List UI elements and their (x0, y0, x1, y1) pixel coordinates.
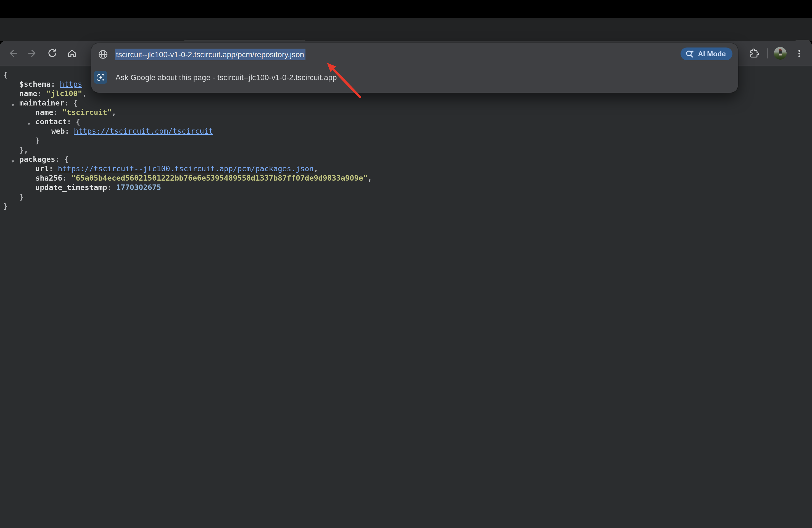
puzzle-icon (748, 47, 759, 59)
url-input[interactable]: tscircuit--jlc100-v1-0-2.tscircuit.app/p… (115, 50, 305, 59)
tab-strip: ts tscircuit/jlc100 - tscircuit https://… (0, 18, 812, 41)
back-button[interactable] (3, 44, 22, 62)
ai-mode-button[interactable]: AI Mode (681, 47, 733, 60)
json-token: sha256 (35, 173, 62, 182)
json-link[interactable]: https://tscircuit.com/tscircuit (74, 127, 213, 135)
json-token: : (37, 89, 46, 98)
browser-content-window: {$schema: httpsname: "jlc100",▼maintaine… (0, 41, 812, 528)
json-line: } (0, 136, 812, 145)
three-dot-menu-icon (795, 49, 804, 58)
json-token: $schema (19, 79, 51, 88)
reload-button[interactable] (43, 44, 61, 62)
json-token: "tscircuit" (62, 108, 112, 117)
json-line: name: "tscircuit", (0, 108, 812, 117)
json-token: : { (67, 117, 81, 126)
profile-avatar[interactable] (774, 47, 787, 60)
json-token: name (19, 89, 37, 98)
json-link[interactable]: https://tscircuit--jlc100.tscircuit.app/… (58, 164, 314, 173)
json-token: : (107, 183, 116, 192)
json-token: "jlc100" (46, 89, 82, 98)
json-token: : { (64, 98, 78, 107)
json-line: url: https://tscircuit--jlc100.tscircuit… (0, 164, 812, 173)
json-line: ▼packages: { (0, 155, 812, 164)
json-line: update_timestamp: 1770302675 (0, 183, 812, 192)
json-token: { (3, 70, 8, 79)
json-token: } (19, 192, 24, 201)
json-token: contact (35, 117, 67, 126)
home-button[interactable] (62, 44, 81, 62)
json-token: update_timestamp (35, 183, 107, 192)
json-token: : { (55, 155, 69, 163)
json-line: } (0, 192, 812, 202)
json-token: }, (19, 145, 28, 154)
json-token: : (49, 164, 58, 173)
json-token: : (65, 127, 74, 135)
ai-mode-icon (685, 49, 695, 59)
json-token: , (112, 108, 116, 117)
globe-icon (98, 49, 108, 59)
json-token: , (314, 164, 318, 173)
json-token: } (3, 202, 8, 210)
json-token: } (35, 136, 40, 145)
forward-button[interactable] (23, 44, 41, 62)
menu-bar-area (0, 0, 812, 18)
json-line: } (0, 202, 812, 211)
omnibox-suggestion[interactable]: Ask Google about this page - tscircuit--… (91, 66, 738, 88)
json-token: "65a05b4eced56021501222bb76e6e5395489558… (71, 173, 367, 182)
json-token: : (53, 108, 62, 117)
json-link[interactable]: https (60, 79, 82, 88)
toolbar-divider (767, 48, 768, 59)
json-line: ▼contact: { (0, 117, 812, 127)
browser-menu-button[interactable] (791, 45, 808, 62)
json-line: web: https://tscircuit.com/tscircuit (0, 127, 812, 136)
omnibox-popup: tscircuit--jlc100-v1-0-2.tscircuit.app/p… (91, 43, 738, 93)
json-token: , (367, 173, 372, 182)
json-line: sha256: "65a05b4eced56021501222bb76e6e53… (0, 173, 812, 183)
json-token: name (35, 108, 53, 117)
json-line: }, (0, 145, 812, 155)
json-token: : (62, 173, 72, 182)
browser-window: ts tscircuit/jlc100 - tscircuit https://… (0, 0, 812, 528)
json-token: : (51, 79, 60, 88)
url-bar[interactable]: tscircuit--jlc100-v1-0-2.tscircuit.app/p… (91, 43, 738, 65)
json-line: ▼maintainer: { (0, 98, 812, 108)
ai-mode-label: AI Mode (698, 50, 726, 58)
json-token: maintainer (19, 98, 64, 107)
json-token: , (82, 89, 87, 98)
extensions-button[interactable] (745, 45, 762, 62)
json-token: url (35, 164, 49, 173)
google-lens-icon (94, 71, 107, 84)
suggestion-text: Ask Google about this page - tscircuit--… (115, 73, 337, 82)
json-token: web (52, 127, 65, 135)
json-token: 1770302675 (116, 183, 161, 192)
json-token: packages (19, 155, 55, 163)
